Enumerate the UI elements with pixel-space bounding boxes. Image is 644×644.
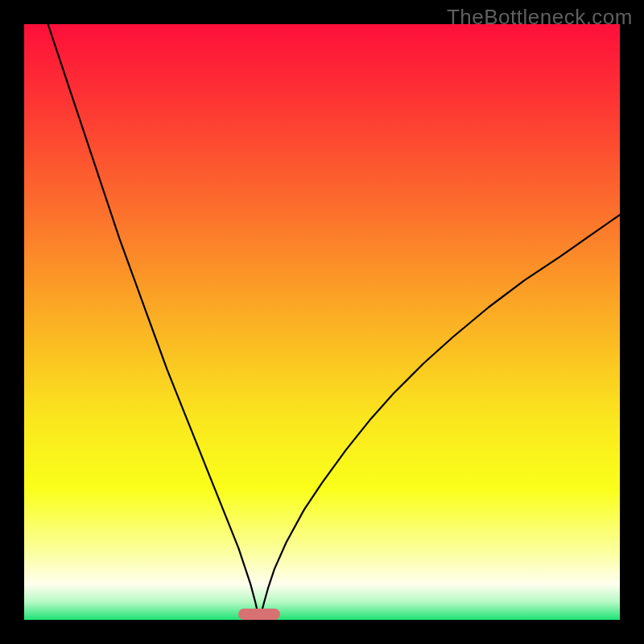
chart-frame: TheBottleneck.com bbox=[0, 0, 644, 644]
curve-right_branch bbox=[259, 215, 620, 620]
watermark-text: TheBottleneck.com bbox=[447, 5, 633, 30]
optimal-range-marker bbox=[238, 609, 280, 620]
plot-area bbox=[24, 24, 620, 620]
bottleneck-curve bbox=[24, 24, 620, 620]
curve-left_branch bbox=[48, 24, 260, 620]
